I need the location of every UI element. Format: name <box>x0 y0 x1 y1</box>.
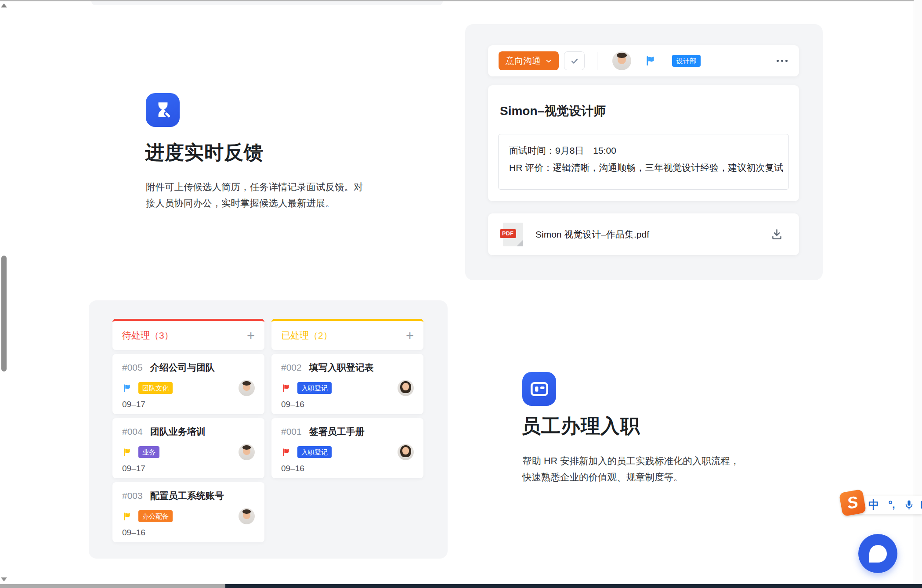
column-title: 已处理（2） <box>281 329 333 342</box>
progress-desc-line2: 接人员协同办公，实时掌握候选人最新进展。 <box>146 195 363 212</box>
complete-check-button[interactable] <box>564 51 585 70</box>
task-tag: 入职登记 <box>297 382 332 394</box>
onboarding-desc-line1: 帮助 HR 安排新加入的员工实践标准化的入职流程， <box>522 453 740 469</box>
task-id: #004 <box>122 426 143 437</box>
task-card[interactable]: #002 填写入职登记表 入职登记 09–16 <box>271 354 423 414</box>
task-date: 09–16 <box>122 528 255 537</box>
download-icon <box>770 228 783 241</box>
status-label: 意向沟通 <box>506 55 541 67</box>
chat-fab-button[interactable] <box>858 534 897 573</box>
task-tag: 入职登记 <box>297 446 332 458</box>
scrollbar-up-arrow[interactable] <box>1 4 7 7</box>
add-task-button[interactable]: + <box>406 329 414 343</box>
task-title: 配置员工系统账号 <box>150 490 224 502</box>
onboarding-desc-line2: 快速熟悉企业的价值观、规章制度等。 <box>522 469 740 486</box>
task-title: 填写入职登记表 <box>309 361 374 374</box>
download-button[interactable] <box>769 227 784 242</box>
pdf-badge: PDF <box>500 229 516 238</box>
task-card[interactable]: #003 配置员工系统账号 办公配备 09–16 <box>112 482 264 542</box>
scrollbar-thumb[interactable] <box>1 256 7 372</box>
ime-logo-letter: S <box>846 493 860 513</box>
flag-icon <box>122 512 132 521</box>
task-assignee-avatar <box>239 508 255 524</box>
hourglass-edit-icon <box>152 99 174 121</box>
task-card[interactable]: #005 介绍公司与团队 团队文化 09–17 <box>112 354 264 414</box>
candidate-feature-panel: 意向沟通 设计部 Simon–视觉设计师 面试时间：9月8日 15:00 HR … <box>465 24 823 280</box>
kanban-column-done: 已处理（2） + #002 填写入职登记表 入职登记 09–16 <box>271 319 423 542</box>
check-icon <box>570 56 579 66</box>
kanban-column-todo: 待处理（3） + #005 介绍公司与团队 团队文化 09–17 <box>112 319 264 542</box>
task-id: #005 <box>122 362 143 373</box>
candidate-detail-card[interactable]: Simon–视觉设计师 面试时间：9月8日 15:00 HR 评价：逻辑清晰，沟… <box>488 85 799 201</box>
more-actions-button[interactable] <box>776 57 788 65</box>
onboarding-feature-description: 帮助 HR 安排新加入的员工实践标准化的入职流程， 快速熟悉企业的价值观、规章制… <box>522 453 740 486</box>
column-header: 待处理（3） + <box>112 319 264 350</box>
candidate-toolbar: 意向沟通 设计部 <box>488 45 799 76</box>
flag-icon <box>281 383 291 393</box>
task-assignee-avatar <box>398 444 414 460</box>
flag-icon <box>281 447 291 457</box>
status-dropdown-button[interactable]: 意向沟通 <box>499 51 559 70</box>
chevron-down-icon <box>545 57 553 65</box>
pdf-file-icon: PDF <box>503 223 523 246</box>
flag-icon <box>122 447 132 457</box>
flag-icon <box>122 383 132 393</box>
ime-voice-button[interactable] <box>903 498 915 512</box>
priority-flag-icon[interactable] <box>644 55 656 67</box>
task-title: 签署员工手册 <box>309 426 365 438</box>
column-header: 已处理（2） + <box>271 319 423 350</box>
task-tag: 团队文化 <box>138 382 173 394</box>
task-title: 介绍公司与团队 <box>150 361 215 374</box>
task-date: 09–17 <box>122 400 255 409</box>
task-date: 09–16 <box>281 464 414 473</box>
ime-icon-group: 中 °, <box>868 498 922 512</box>
previous-section-card-edge <box>91 1 443 5</box>
task-date: 09–17 <box>122 464 255 473</box>
page: 意向沟通 设计部 Simon–视觉设计师 面试时间：9月8日 15:00 HR … <box>0 0 922 588</box>
chat-bubble-icon <box>869 545 887 563</box>
progress-feature-title: 进度实时反馈 <box>145 140 264 166</box>
task-id: #003 <box>122 491 143 501</box>
ime-punctuation-toggle[interactable]: °, <box>886 498 897 512</box>
progress-feature-icon <box>146 93 180 127</box>
attachment-file-name: Simon 视觉设计–作品集.pdf <box>535 228 649 241</box>
column-title: 待处理（3） <box>122 329 174 342</box>
task-tag: 办公配备 <box>138 510 173 523</box>
task-card[interactable]: #004 团队业务培训 业务 09–17 <box>112 418 264 478</box>
task-id: #001 <box>281 426 302 437</box>
progress-feature-description: 附件可上传候选人简历，任务详情记录面试反馈。对 接人员协同办公，实时掌握候选人最… <box>146 179 363 212</box>
scrollbar-down-arrow[interactable] <box>1 577 7 581</box>
task-title: 团队业务培训 <box>150 426 206 438</box>
board-card-icon <box>528 378 550 400</box>
hr-review-line: HR 评价：逻辑清晰，沟通顺畅，三年视觉设计经验，建议初次复试 <box>509 159 778 176</box>
ime-logo[interactable]: S <box>839 489 867 517</box>
department-tag: 设计部 <box>672 55 701 67</box>
ime-language-toggle[interactable]: 中 <box>868 498 880 512</box>
task-assignee-avatar <box>398 380 414 396</box>
progress-desc-line1: 附件可上传候选人简历，任务详情记录面试反馈。对 <box>146 179 363 195</box>
bottom-bar-dark-segment <box>225 584 922 588</box>
attachment-row[interactable]: PDF Simon 视觉设计–作品集.pdf <box>488 213 799 255</box>
candidate-title: Simon–视觉设计师 <box>500 103 606 119</box>
task-id: #002 <box>281 362 302 373</box>
bottom-edge-bar <box>0 584 922 588</box>
task-assignee-avatar <box>239 380 255 396</box>
bottom-bar-gray-segment <box>0 584 225 588</box>
task-date: 09–16 <box>281 400 414 409</box>
interview-note-box: 面试时间：9月8日 15:00 HR 评价：逻辑清晰，沟通顺畅，三年视觉设计经验… <box>498 134 789 190</box>
onboarding-feature-icon <box>522 372 556 406</box>
task-card[interactable]: #001 签署员工手册 入职登记 09–16 <box>271 418 423 478</box>
task-tag: 业务 <box>138 446 159 458</box>
task-assignee-avatar <box>239 444 255 460</box>
onboarding-feature-title: 员工办理入职 <box>521 413 640 439</box>
toolbar-divider <box>597 52 597 70</box>
add-task-button[interactable]: + <box>247 329 255 343</box>
interview-time-line: 面试时间：9月8日 15:00 <box>509 142 778 159</box>
kanban-panel: 待处理（3） + #005 介绍公司与团队 团队文化 09–17 <box>89 300 448 559</box>
microphone-icon <box>904 499 915 510</box>
assignee-avatar <box>612 51 631 70</box>
